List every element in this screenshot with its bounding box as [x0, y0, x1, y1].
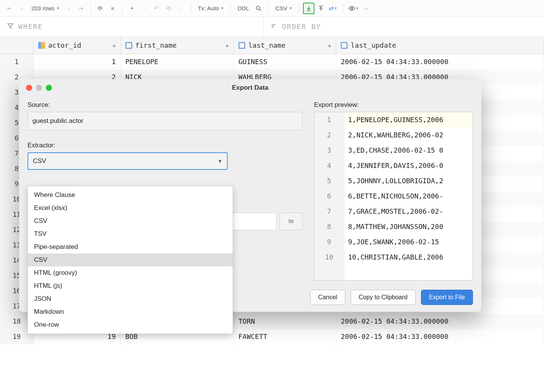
svg-line-1 — [259, 9, 261, 11]
toolbar: ⇤ ‹ 203 rows▾ › ⇥ ⟳ ■ ＋ － ↶ ⟲ ↑ Tx: Auto… — [0, 0, 544, 17]
chevron-down-icon: ▾ — [221, 6, 223, 11]
preview-line: 1,PENELOPE,GUINESS,2006 — [344, 112, 473, 127]
extractor-dropdown: Where ClauseExcel (xlsx)CSVTSVPipe-separ… — [28, 186, 233, 334]
separator — [299, 4, 299, 13]
separator — [122, 4, 123, 13]
export-label: Export to File — [429, 294, 465, 301]
filter-icon — [7, 22, 14, 31]
copy-clipboard-button[interactable]: Copy to Clipboard — [351, 290, 416, 305]
preview-line-number: 6 — [314, 189, 344, 204]
column-icon — [238, 42, 245, 49]
cell-last-name[interactable]: FAWCETT — [234, 329, 336, 344]
svg-marker-7 — [8, 24, 13, 28]
preview-line-number: 7 — [314, 204, 344, 219]
filter-bar: WHERE ORDER BY — [0, 17, 544, 37]
cell-actor-id[interactable]: 1 — [34, 54, 121, 69]
tx-label: Tx: Auto — [198, 5, 219, 11]
view-icon[interactable]: ▾ — [347, 3, 360, 14]
browse-button[interactable] — [280, 213, 303, 230]
maximize-window-icon[interactable] — [46, 85, 52, 91]
separator — [230, 4, 231, 13]
column-header-last-name[interactable]: last_name ◆ — [234, 37, 336, 54]
dropdown-item[interactable]: Pipe-separated — [28, 240, 233, 253]
preview-lines[interactable]: 1,PENELOPE,GUINESS,20062,NICK,WAHLBERG,2… — [344, 112, 473, 280]
cell-last-name[interactable]: GUINESS — [234, 54, 336, 69]
remove-row-icon[interactable]: － — [139, 3, 150, 14]
row-count[interactable]: 203 rows▾ — [28, 5, 62, 11]
preview-line-number: 1 — [314, 112, 344, 127]
close-window-icon[interactable] — [26, 85, 32, 91]
preview-line: 8,MATTHEW,JOHANSSON,200 — [344, 219, 473, 234]
preview-line-number: 9 — [314, 234, 344, 250]
dropdown-item[interactable]: CSV — [28, 215, 233, 227]
window-controls — [26, 85, 52, 91]
table-row[interactable]: 11PENELOPEGUINESS2006-02-15 04:34:33.000… — [0, 54, 544, 69]
commit-icon[interactable]: ↑ — [175, 3, 187, 14]
preview-line: 7,GRACE,MOSTEL,2006-02- — [344, 204, 473, 219]
cell-last-update[interactable]: 2006-02-15 04:34:33.000000 — [336, 314, 544, 329]
last-page-icon[interactable]: ⇥ — [75, 3, 87, 14]
source-field[interactable]: guest.public.actor — [28, 112, 303, 130]
dropdown-item[interactable]: One-row — [28, 318, 233, 331]
stop-icon[interactable]: ■ — [107, 3, 118, 14]
preview-line: 10,CHRISTIAN,GABLE,2006 — [344, 250, 473, 265]
import-data-icon[interactable] — [315, 3, 327, 14]
row-count-label: 203 rows — [31, 5, 55, 11]
chevron-down-icon: ▾ — [335, 6, 337, 11]
column-label: last_update — [351, 41, 396, 49]
extractor-combobox[interactable]: CSV ▼ — [28, 152, 228, 170]
cell-first-name[interactable]: PENELOPE — [121, 54, 234, 69]
dropdown-item[interactable]: HTML (groovy) — [28, 266, 233, 279]
first-page-icon[interactable]: ⇤ — [4, 3, 15, 14]
cell-last-update[interactable]: 2006-02-15 04:34:33.000000 — [336, 54, 544, 69]
next-page-icon[interactable]: › — [63, 3, 74, 14]
dropdown-item[interactable]: Excel (xlsx) — [28, 202, 233, 215]
refresh-icon[interactable]: ⟳ — [95, 3, 106, 14]
prev-page-icon[interactable]: ‹ — [16, 3, 28, 14]
preview-line: 3,ED,CHASE,2006-02-15 0 — [344, 143, 473, 158]
add-row-icon[interactable]: ＋ — [126, 3, 138, 14]
export-file-button[interactable]: Export to File — [421, 290, 473, 305]
sort-indicator-icon: ◆ — [328, 42, 331, 48]
preview-label: Export preview: — [314, 101, 473, 109]
export-data-icon[interactable] — [303, 3, 314, 14]
cell-last-update[interactable]: 2006-02-15 04:34:33.000000 — [336, 329, 544, 344]
rollback-icon[interactable]: ⟲ — [163, 3, 175, 14]
svg-point-0 — [256, 6, 260, 10]
sort-indicator-icon: ◆ — [113, 42, 116, 48]
copy-label: Copy to Clipboard — [359, 294, 408, 301]
preview-line: 9,JOE,SWANK,2006-02-15 — [344, 234, 473, 250]
revert-icon[interactable]: ↶ — [151, 3, 162, 14]
column-header-first-name[interactable]: first_name ◆ — [121, 37, 234, 54]
dropdown-item[interactable]: HTML (js) — [28, 279, 233, 292]
dialog-titlebar[interactable]: Export Data — [19, 79, 481, 97]
column-header-actor-id[interactable]: actor_id ◆ — [34, 37, 121, 54]
column-header-last-update[interactable]: last_update — [336, 37, 544, 54]
column-label: actor_id — [48, 41, 81, 49]
cell-last-name[interactable]: TORN — [234, 314, 336, 329]
extractor-toolbar[interactable]: CSV▾ — [272, 5, 295, 11]
where-filter[interactable]: WHERE — [0, 17, 264, 36]
tx-mode[interactable]: Tx: Auto▾ — [195, 5, 227, 11]
dropdown-item[interactable]: Markdown — [28, 305, 233, 318]
key-column-icon — [38, 42, 45, 49]
preview-line-number: 5 — [314, 173, 344, 189]
ddl-button[interactable]: DDL — [235, 5, 252, 11]
dropdown-item[interactable]: JSON — [28, 292, 233, 305]
csv-label: CSV — [275, 5, 287, 11]
dropdown-item[interactable]: Where Clause — [28, 189, 233, 202]
dropdown-item[interactable]: CSV — [28, 253, 233, 266]
source-label: Source: — [28, 101, 303, 109]
column-icon — [341, 42, 348, 49]
dropdown-item[interactable]: TSV — [28, 227, 233, 240]
chevron-down-icon: ▼ — [217, 158, 222, 164]
extractor-label: Extractor: — [28, 142, 303, 149]
minimize-window-icon[interactable] — [36, 85, 42, 91]
cancel-button[interactable]: Cancel — [310, 290, 345, 305]
sort-icon — [270, 22, 277, 31]
search-icon[interactable] — [253, 3, 264, 14]
compare-icon[interactable]: ⇄▾ — [327, 3, 339, 14]
overflow-icon[interactable]: » — [361, 3, 372, 14]
orderby-filter[interactable]: ORDER BY — [264, 17, 544, 36]
row-number-header[interactable] — [0, 37, 34, 54]
